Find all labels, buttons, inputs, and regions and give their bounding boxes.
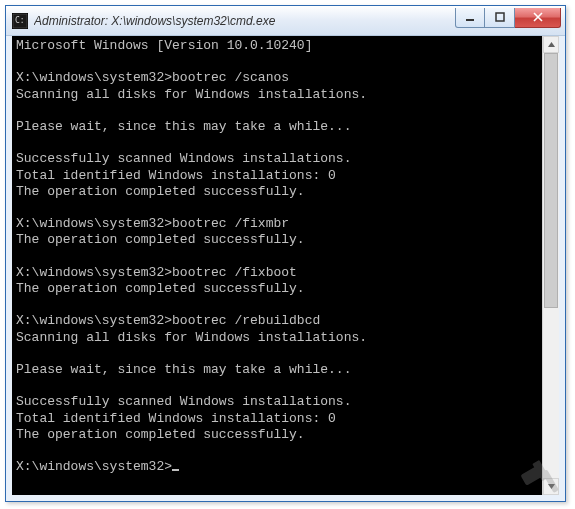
scrollbar[interactable]	[542, 36, 559, 495]
close-button[interactable]	[515, 8, 561, 28]
scroll-thumb[interactable]	[544, 53, 558, 308]
terminal-output[interactable]: Microsoft Windows [Version 10.0.10240] X…	[12, 36, 542, 495]
scroll-track[interactable]	[543, 53, 559, 478]
titlebar[interactable]: C: Administrator: X:\windows\system32\cm…	[6, 6, 565, 36]
cmd-icon: C:	[12, 13, 28, 29]
scroll-up-button[interactable]	[543, 36, 559, 53]
svg-rect-3	[466, 19, 474, 21]
window-title: Administrator: X:\windows\system32\cmd.e…	[34, 14, 455, 28]
client-area: Microsoft Windows [Version 10.0.10240] X…	[12, 36, 559, 495]
cmd-window: C: Administrator: X:\windows\system32\cm…	[5, 5, 566, 502]
maximize-button[interactable]	[485, 8, 515, 28]
svg-rect-4	[496, 13, 504, 21]
scroll-down-button[interactable]	[543, 478, 559, 495]
svg-text:C:: C:	[15, 16, 25, 25]
cursor	[172, 469, 179, 471]
window-controls	[455, 8, 561, 28]
minimize-button[interactable]	[455, 8, 485, 28]
